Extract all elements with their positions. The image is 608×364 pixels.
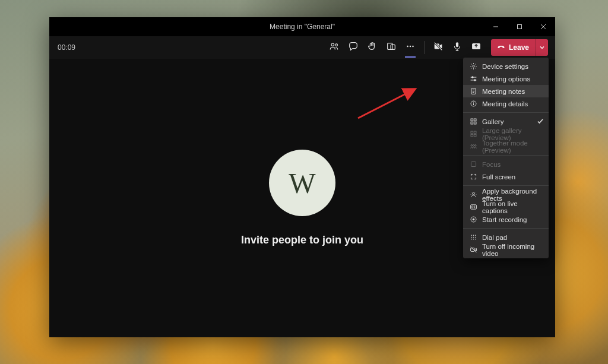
svg-point-8 <box>407 46 408 48</box>
toolbar-divider <box>424 41 425 54</box>
share-icon <box>471 41 482 54</box>
svg-point-4 <box>331 43 334 46</box>
menu-separator <box>463 185 549 186</box>
menu-item-gallery[interactable]: Gallery <box>463 115 549 128</box>
share-button[interactable] <box>467 39 485 56</box>
dialpad-icon <box>469 233 477 242</box>
menu-item-label: Full screen <box>482 173 515 181</box>
svg-point-5 <box>335 44 338 46</box>
menu-separator <box>463 228 549 229</box>
menu-item-dial-pad[interactable]: Dial pad <box>463 231 549 243</box>
svg-rect-31 <box>471 131 473 134</box>
breakout-rooms-button[interactable] <box>382 39 400 56</box>
svg-point-36 <box>473 145 474 147</box>
svg-point-52 <box>474 237 476 238</box>
video-off-icon <box>469 246 477 254</box>
people-icon <box>329 41 340 54</box>
rooms-icon <box>386 41 397 54</box>
svg-point-46 <box>472 219 474 221</box>
svg-point-9 <box>410 46 411 48</box>
maximize-button[interactable] <box>508 17 531 36</box>
menu-item-label: Together mode (Preview) <box>482 140 543 154</box>
more-actions-button[interactable] <box>401 39 419 56</box>
leave-control: Leave <box>491 39 548 56</box>
check-icon <box>537 118 544 126</box>
svg-rect-38 <box>471 162 476 166</box>
window-titlebar: Meeting in "General" <box>49 17 555 36</box>
menu-item-meeting-notes[interactable]: Meeting notes <box>463 85 549 97</box>
sliders-icon <box>469 75 477 83</box>
chevron-down-icon <box>539 42 545 53</box>
svg-point-50 <box>471 237 472 238</box>
menu-item-device-settings[interactable]: Device settings <box>463 60 549 72</box>
menu-separator <box>463 112 549 113</box>
svg-rect-7 <box>391 45 395 49</box>
svg-rect-27 <box>471 119 473 121</box>
menu-item-label: Meeting options <box>482 75 530 83</box>
hangup-icon <box>497 43 505 53</box>
close-button[interactable] <box>531 17 555 36</box>
svg-point-41 <box>476 192 476 192</box>
svg-point-15 <box>472 65 474 67</box>
svg-point-48 <box>473 235 474 236</box>
svg-point-47 <box>471 235 472 236</box>
grid-icon <box>469 130 477 138</box>
participant-avatar: W <box>269 150 335 216</box>
window-title: Meeting in "General" <box>270 23 335 31</box>
show-participants-button[interactable] <box>325 39 343 56</box>
menu-item-live-captions[interactable]: Turn on live captions <box>463 201 549 213</box>
svg-point-55 <box>474 239 476 240</box>
show-conversation-button[interactable] <box>344 39 362 56</box>
svg-point-35 <box>470 145 472 147</box>
avatar-initial: W <box>289 167 315 200</box>
svg-point-40 <box>470 192 471 192</box>
leave-button[interactable]: Leave <box>491 39 535 56</box>
more-actions-menu: Device settingsMeeting optionsMeeting no… <box>463 58 549 258</box>
meeting-window: Meeting in "General" 00:09 <box>49 17 555 337</box>
menu-item-label: Dial pad <box>482 234 507 241</box>
camera-off-icon <box>433 41 444 54</box>
meeting-toolbar: 00:09 <box>49 36 555 59</box>
menu-item-label: Focus <box>482 161 501 168</box>
svg-point-39 <box>472 192 474 195</box>
invite-text: Invite people to join you <box>241 234 363 246</box>
gear-icon <box>469 62 477 71</box>
chat-icon <box>348 41 359 54</box>
fullscreen-icon <box>469 173 477 181</box>
mic-button[interactable] <box>448 39 466 56</box>
menu-item-focus: Focus <box>463 158 549 170</box>
record-icon <box>469 216 477 224</box>
menu-item-start-recording[interactable]: Start recording <box>463 213 549 226</box>
camera-button[interactable] <box>429 39 447 56</box>
people-row-icon <box>469 143 477 151</box>
menu-item-label: Device settings <box>482 63 528 70</box>
menu-item-full-screen[interactable]: Full screen <box>463 170 549 183</box>
menu-item-label: Turn off incoming video <box>482 243 543 257</box>
raise-hand-button[interactable] <box>363 39 381 56</box>
menu-item-label: Meeting details <box>482 100 528 107</box>
menu-item-meeting-options[interactable]: Meeting options <box>463 72 549 85</box>
minimize-button[interactable] <box>484 17 508 36</box>
svg-point-42 <box>476 194 476 195</box>
svg-point-51 <box>473 237 474 238</box>
svg-point-43 <box>470 194 471 195</box>
menu-item-large-gallery: Large gallery (Preview) <box>463 128 549 140</box>
grid-icon <box>469 118 477 126</box>
menu-item-label: Gallery <box>482 118 504 125</box>
cc-icon <box>469 203 477 211</box>
menu-item-meeting-details[interactable]: Meeting details <box>463 97 549 110</box>
menu-item-label: Start recording <box>482 216 527 223</box>
svg-point-10 <box>412 46 414 48</box>
svg-point-18 <box>471 77 473 78</box>
menu-item-apply-bg[interactable]: Apply background effects <box>463 188 549 201</box>
svg-rect-33 <box>471 134 473 137</box>
svg-rect-34 <box>474 134 476 137</box>
svg-rect-29 <box>471 122 473 124</box>
svg-point-49 <box>474 235 476 236</box>
svg-rect-13 <box>456 42 458 47</box>
svg-point-19 <box>474 80 475 81</box>
menu-separator <box>463 155 549 156</box>
leave-options-button[interactable] <box>535 39 548 56</box>
menu-item-incoming-video-off[interactable]: Turn off incoming video <box>463 243 549 256</box>
leave-label: Leave <box>509 43 529 52</box>
